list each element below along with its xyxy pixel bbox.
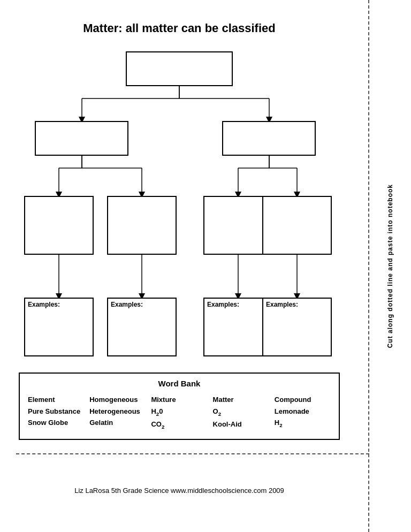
page-title: Matter: all matter can be classified bbox=[16, 21, 342, 35]
examples-label-ll: Examples: bbox=[25, 299, 93, 309]
word-bank-col-4: Matter O2 Kool-Aid bbox=[213, 394, 269, 431]
word-bank: Word Bank Element Pure Substance Snow Gl… bbox=[19, 373, 340, 440]
word-item: Lemonade bbox=[275, 406, 331, 417]
word-bank-col-1: Element Pure Substance Snow Globe bbox=[28, 394, 84, 431]
box-level3-rr bbox=[262, 196, 332, 255]
word-bank-grid: Element Pure Substance Snow Globe Homoge… bbox=[28, 394, 331, 431]
footer: Liz LaRosa 5th Grade Science www.middles… bbox=[16, 487, 342, 495]
word-item: Compound bbox=[275, 394, 331, 405]
examples-label-rr: Examples: bbox=[263, 299, 331, 309]
word-item: H20 bbox=[151, 406, 207, 418]
box-level2-right bbox=[222, 121, 316, 156]
word-item: H2 bbox=[275, 417, 331, 429]
word-item: Homogeneous bbox=[89, 394, 146, 405]
word-item: Snow Globe bbox=[28, 417, 84, 428]
word-item: Matter bbox=[213, 394, 269, 405]
right-sidebar: Cut along dotted line and paste into not… bbox=[368, 0, 411, 532]
main-content: Matter: all matter can be classified bbox=[0, 0, 353, 532]
box-examples-lr: Examples: bbox=[107, 298, 177, 356]
box-level3-lr bbox=[107, 196, 177, 255]
word-bank-col-5: Compound Lemonade H2 bbox=[275, 394, 331, 431]
word-item: Pure Substance bbox=[28, 406, 84, 417]
word-item: Element bbox=[28, 394, 84, 405]
cut-line bbox=[16, 453, 369, 454]
box-level3-ll bbox=[24, 196, 94, 255]
box-examples-ll: Examples: bbox=[24, 298, 94, 356]
box-level2-left bbox=[35, 121, 128, 156]
word-item: CO2 bbox=[151, 419, 207, 431]
word-item: O2 bbox=[213, 406, 269, 418]
word-bank-col-3: Mixture H20 CO2 bbox=[151, 394, 207, 431]
word-item: Gelatin bbox=[89, 417, 146, 428]
word-bank-title: Word Bank bbox=[28, 379, 331, 388]
word-item: Mixture bbox=[151, 394, 207, 405]
footer-text: Liz LaRosa 5th Grade Science www.middles… bbox=[74, 487, 284, 495]
diagram-container: Examples: Examples: Examples: Examples: bbox=[19, 51, 340, 362]
sidebar-text: Cut along dotted line and paste into not… bbox=[386, 184, 394, 348]
examples-label-lr: Examples: bbox=[108, 299, 176, 309]
word-item: Heterogeneous bbox=[89, 406, 146, 417]
box-top bbox=[126, 51, 233, 86]
word-bank-col-2: Homogeneous Heterogeneous Gelatin bbox=[89, 394, 146, 431]
box-examples-rr: Examples: bbox=[262, 298, 332, 356]
word-item: Kool-Aid bbox=[213, 419, 269, 430]
